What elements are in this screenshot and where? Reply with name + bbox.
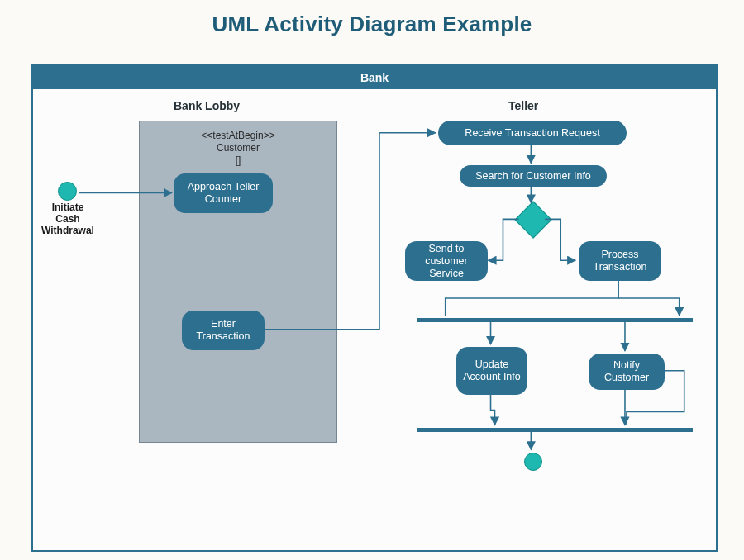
diagram-stage: UML Activity Diagram Example Bank Bank L… (0, 0, 744, 560)
activity-notify: Notify Customer (589, 354, 665, 390)
lane-title-teller: Teller (508, 99, 538, 112)
expansion-label: <<testAtBegin>> Customer [] (140, 130, 336, 167)
decision-node (514, 201, 551, 238)
stereotype: <<testAtBegin>> (201, 130, 274, 141)
join-bar (417, 428, 693, 432)
activity-send-cs: Send to customer Service (405, 241, 488, 281)
bank-container: Bank Bank Lobby Teller <<testAtBegin>> C… (31, 64, 718, 552)
diagram-title: UML Activity Diagram Example (0, 12, 744, 37)
expansion-bracket: [] (236, 154, 241, 166)
activity-update: Update Account Info (456, 347, 527, 395)
expansion-region-customer: <<testAtBegin>> Customer [] (139, 121, 337, 443)
initial-label: InitiateCashWithdrawal (33, 202, 103, 236)
expansion-name: Customer (217, 142, 260, 154)
activity-approach: Approach Teller Counter (174, 173, 273, 213)
fork-bar (417, 318, 693, 322)
initial-node (58, 182, 77, 201)
final-node (524, 453, 542, 471)
activity-enter: Enter Transaction (182, 311, 265, 350)
activity-receive: Receive Transaction Request (438, 121, 627, 145)
activity-process: Process Transaction (579, 241, 661, 281)
lane-title-lobby: Bank Lobby (174, 99, 240, 112)
activity-search: Search for Customer Info (460, 165, 607, 187)
container-header: Bank (33, 66, 716, 89)
